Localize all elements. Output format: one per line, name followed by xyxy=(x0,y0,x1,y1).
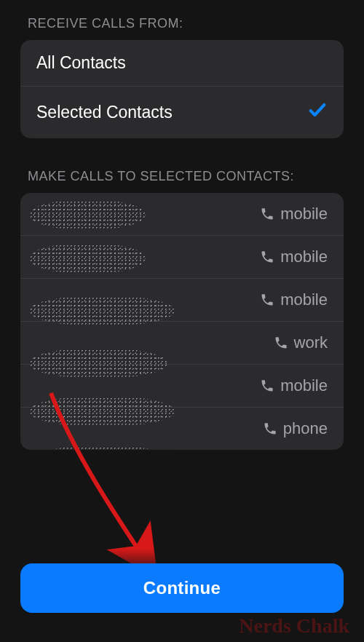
option-label: Selected Contacts xyxy=(36,103,173,122)
contact-row[interactable]: mobile xyxy=(20,278,344,321)
contact-row[interactable]: phone xyxy=(20,407,344,450)
phone-type-label: mobile xyxy=(280,205,328,223)
make-calls-header: MAKE CALLS TO SELECTED CONTACTS: xyxy=(0,138,364,193)
option-label: All Contacts xyxy=(36,53,126,73)
phone-icon xyxy=(274,336,288,350)
option-selected-contacts[interactable]: Selected Contacts xyxy=(20,86,344,138)
contact-row[interactable]: work xyxy=(20,321,344,364)
contact-row[interactable]: mobile xyxy=(20,235,344,278)
contact-row[interactable]: mobile xyxy=(20,193,344,235)
phone-type-label: mobile xyxy=(280,290,328,309)
phone-type-label: mobile xyxy=(280,376,328,395)
phone-icon xyxy=(260,207,274,221)
phone-icon xyxy=(260,250,274,264)
receive-calls-card: All Contacts Selected Contacts xyxy=(20,40,344,138)
phone-type-label: phone xyxy=(283,419,328,438)
checkmark-icon xyxy=(307,100,328,125)
selected-contacts-list: mobile mobile mobile work mobile phone xyxy=(20,193,344,450)
phone-type-label: work xyxy=(294,333,328,352)
option-all-contacts[interactable]: All Contacts xyxy=(20,40,344,86)
phone-type-label: mobile xyxy=(280,247,328,266)
contact-row[interactable]: mobile xyxy=(20,364,344,407)
phone-icon xyxy=(260,293,274,307)
receive-calls-header: RECEIVE CALLS FROM: xyxy=(0,0,364,40)
watermark: Nerds Chalk xyxy=(239,614,349,638)
phone-icon xyxy=(263,421,277,436)
continue-button[interactable]: Continue xyxy=(20,563,344,613)
phone-icon xyxy=(260,379,274,393)
